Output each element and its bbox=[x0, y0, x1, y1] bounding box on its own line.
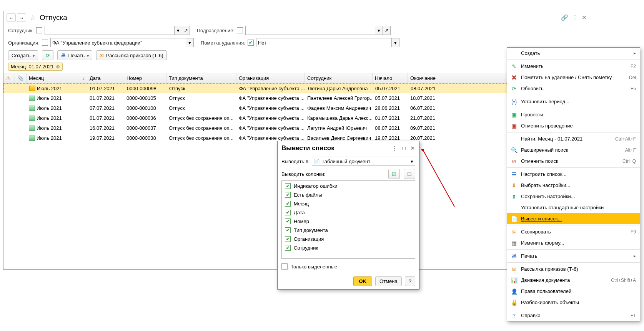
col-end[interactable]: Окончание bbox=[408, 73, 443, 83]
forward-button[interactable]: → bbox=[17, 13, 26, 22]
check-all-button[interactable]: ☑ bbox=[388, 169, 400, 179]
menu-user-rights[interactable]: 👤Права пользователей bbox=[507, 286, 640, 297]
output-to-select[interactable]: 📄 Табличный документ ▾ bbox=[312, 157, 415, 166]
menu-copy[interactable]: ⎘СкопироватьF9 bbox=[507, 226, 640, 237]
table-header: ⚠ 📎 Месяц Дата Номер Тип документа Орган… bbox=[3, 73, 590, 83]
organization-dropdown-btn[interactable]: ▾ bbox=[186, 38, 194, 47]
menu-advanced-find[interactable]: 🔍Расширенный поискAlt+F bbox=[507, 144, 640, 156]
more-menu: Создать▸ ✎ИзменитьF2 🗙Пометить на удален… bbox=[507, 47, 640, 321]
row-doc-icon bbox=[29, 116, 35, 121]
menu-help[interactable]: ?СправкаF1 bbox=[507, 310, 640, 321]
col-date[interactable]: Дата bbox=[87, 73, 124, 83]
menu-print[interactable]: 🖶Печать▸ bbox=[507, 250, 640, 261]
organization-filter-input[interactable]: ФА "Управление субъекта федерации" bbox=[50, 38, 186, 47]
check-icon bbox=[285, 227, 291, 233]
close-icon[interactable]: ✕ bbox=[582, 14, 587, 21]
col-number[interactable]: Номер bbox=[124, 73, 166, 83]
row-doc-icon bbox=[29, 106, 35, 111]
chip-label: Месяц: 01.07.2021 bbox=[11, 64, 53, 70]
dialog-help-button[interactable]: ? bbox=[405, 276, 415, 286]
uncheck-all-button[interactable]: ☐ bbox=[404, 169, 415, 179]
favorite-icon[interactable]: ☆ bbox=[30, 13, 36, 22]
menu-mark-delete[interactable]: 🗙Пометить на удаление / Снять пометкуDel bbox=[507, 72, 640, 83]
employee-filter-label: Сотрудник: bbox=[8, 28, 34, 33]
only-selected-checkbox[interactable] bbox=[281, 263, 288, 270]
deletion-filter-checkbox[interactable] bbox=[248, 40, 254, 46]
column-checkbox-item[interactable]: Организация bbox=[283, 235, 414, 243]
organization-filter-checkbox[interactable] bbox=[42, 40, 48, 46]
menu-cancel-post[interactable]: ▣Отменить проведение bbox=[507, 120, 640, 131]
employee-filter-checkbox[interactable] bbox=[36, 27, 42, 33]
month-filter-chip[interactable]: Месяц: 01.07.2021 ⊗ bbox=[8, 63, 63, 71]
col-doctype[interactable]: Тип документа bbox=[166, 73, 236, 83]
column-checkbox-item[interactable]: Тип документа bbox=[283, 226, 414, 235]
employee-open-btn[interactable]: ↗ bbox=[182, 26, 190, 35]
table-row[interactable]: Июль 202101.07.20210000-000098ОтпускФА "… bbox=[3, 83, 590, 93]
menu-mailing[interactable]: ✉Рассылка приказов (Т-6) bbox=[507, 263, 640, 275]
department-filter-input[interactable] bbox=[245, 26, 375, 35]
dialog-maximize-icon[interactable]: □ bbox=[402, 145, 406, 152]
menu-post[interactable]: ▣Провести bbox=[507, 109, 640, 120]
column-checkbox-item[interactable]: Сотрудник bbox=[283, 243, 414, 252]
menu-find[interactable]: Найти: Месяц - 01.07.2021Ctrl+Alt+F bbox=[507, 133, 640, 144]
employee-dropdown-btn[interactable]: ▾ bbox=[175, 26, 182, 35]
chip-close-icon[interactable]: ⊗ bbox=[56, 64, 60, 70]
print-button[interactable]: 🖶Печать bbox=[57, 50, 92, 60]
menu-default-settings[interactable]: Установить стандартные настройки bbox=[507, 202, 640, 213]
check-icon bbox=[285, 245, 291, 251]
cancel-button[interactable]: Отмена bbox=[375, 276, 402, 286]
clip-col-icon: 📎 bbox=[17, 75, 23, 81]
menu-edit[interactable]: ✎ИзменитьF2 bbox=[507, 61, 640, 72]
ok-button[interactable]: OK bbox=[353, 276, 373, 286]
table-row[interactable]: Июль 202116.07.20210000-000037Отпуск без… bbox=[3, 123, 590, 133]
refresh-icon-button[interactable]: ⟳ bbox=[42, 50, 53, 60]
menu-set-period[interactable]: (•)Установить период... bbox=[507, 96, 640, 107]
menu-change-form[interactable]: ▦Изменить форму... bbox=[507, 237, 640, 248]
back-button[interactable]: ← bbox=[7, 13, 16, 22]
deletion-dropdown-btn[interactable]: ▾ bbox=[392, 38, 399, 47]
deletion-filter-input[interactable]: Нет bbox=[256, 38, 392, 47]
department-open-btn[interactable]: ↗ bbox=[383, 26, 391, 35]
table-row[interactable]: Июль 202101.07.20210000-000105ОтпускФА "… bbox=[3, 93, 590, 103]
menu-config-list[interactable]: ☰Настроить список... bbox=[507, 169, 640, 180]
column-checkbox-item[interactable]: Номер bbox=[283, 217, 414, 226]
column-checkbox-item[interactable]: Дата bbox=[283, 208, 414, 217]
column-checkbox-item[interactable]: Месяц bbox=[283, 199, 414, 208]
dialog-kebab-icon[interactable]: ⋮ bbox=[392, 145, 398, 152]
check-icon bbox=[285, 183, 291, 189]
check-icon bbox=[285, 210, 291, 215]
kebab-icon[interactable]: ⋮ bbox=[572, 14, 578, 21]
menu-export-list[interactable]: 📄Вывести список... bbox=[507, 213, 640, 224]
col-org[interactable]: Организация bbox=[236, 73, 305, 83]
check-icon bbox=[285, 218, 291, 224]
table-row[interactable]: Июль 202107.07.20210000-000108ОтпускФА "… bbox=[3, 103, 590, 113]
page-title: Отпуска bbox=[40, 13, 67, 22]
link-icon[interactable]: 🔗 bbox=[561, 14, 568, 21]
menu-movements[interactable]: 📊Движения документаCtrl+Shift+A bbox=[507, 275, 640, 286]
row-doc-icon bbox=[29, 96, 35, 101]
warn-col-icon: ⚠ bbox=[6, 75, 11, 81]
create-button[interactable]: Создать bbox=[8, 50, 38, 60]
col-employee[interactable]: Сотрудник bbox=[305, 73, 373, 83]
dialog-title: Вывести список bbox=[281, 144, 334, 152]
menu-save-settings[interactable]: ⬆Сохранить настройки... bbox=[507, 191, 640, 202]
cols-label: Выводить колонки: bbox=[281, 171, 325, 177]
dialog-close-icon[interactable]: ✕ bbox=[410, 145, 415, 152]
menu-cancel-find[interactable]: ⊘Отменить поискCtrl+Q bbox=[507, 156, 640, 167]
table-row[interactable]: Июль 202101.07.20210000-000036Отпуск без… bbox=[3, 113, 590, 123]
column-checkbox-item[interactable]: Есть файлы bbox=[283, 190, 414, 199]
menu-create[interactable]: Создать▸ bbox=[507, 48, 640, 59]
department-filter-checkbox[interactable] bbox=[237, 27, 243, 33]
column-checkbox-item[interactable]: Индикатор ошибки bbox=[283, 182, 414, 190]
check-icon bbox=[285, 236, 291, 242]
department-dropdown-btn[interactable]: ▾ bbox=[375, 26, 383, 35]
menu-refresh[interactable]: ⟳ОбновитьF5 bbox=[507, 83, 640, 94]
mailing-button[interactable]: ✉Рассылка приказов (Т-6) bbox=[96, 50, 167, 60]
columns-list[interactable]: Индикатор ошибкиЕсть файлыМесяцДатаНомер… bbox=[281, 180, 415, 259]
employee-filter-input[interactable] bbox=[45, 26, 175, 35]
menu-choose-settings[interactable]: ⬇Выбрать настройки... bbox=[507, 180, 640, 191]
col-month[interactable]: Месяц bbox=[27, 73, 87, 83]
col-start[interactable]: Начало bbox=[373, 73, 408, 83]
output-to-label: Выводить в: bbox=[281, 159, 310, 164]
menu-unlock[interactable]: 🔓Разблокировать объекты bbox=[507, 297, 640, 308]
